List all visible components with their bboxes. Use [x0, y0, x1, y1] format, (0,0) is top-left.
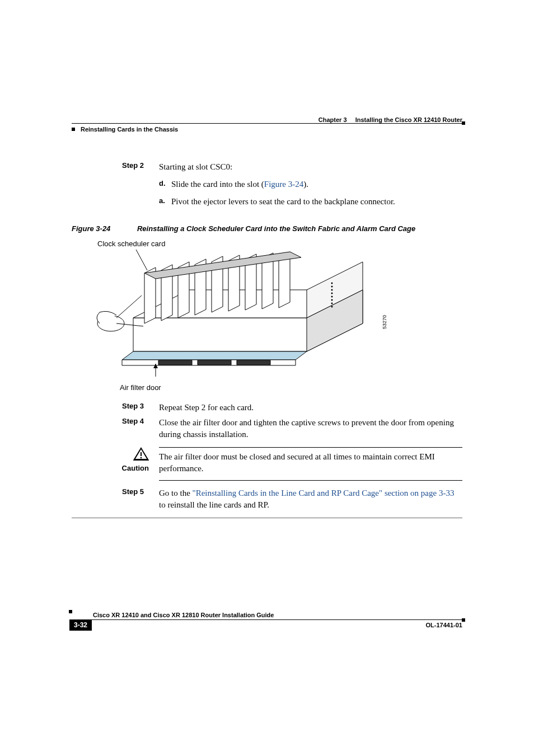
caution-label: Caution: [72, 464, 149, 472]
sub-label: d.: [159, 179, 171, 190]
chapter-number: Chapter 3: [318, 116, 347, 123]
section-title: Reinstalling Cards in the Chassis: [81, 126, 178, 133]
sub-label: a.: [159, 196, 171, 208]
chapter-title: Installing the Cisco XR 12410 Router: [355, 116, 462, 123]
page: Chapter 3 Installing the Cisco XR 12410 …: [0, 0, 534, 756]
step-5: Step 5 Go to the "Reinstalling Cards in …: [72, 487, 462, 511]
page-number: 3-32: [69, 619, 92, 631]
svg-point-6: [331, 289, 333, 291]
figure-link[interactable]: Figure 3-24: [264, 180, 303, 189]
caution-left: Caution: [72, 447, 159, 475]
svg-rect-15: [198, 360, 231, 365]
chapter-line: Chapter 3 Installing the Cisco XR 12410 …: [72, 116, 462, 124]
sub-body: Slide the card into the slot (Figure 3-2…: [171, 179, 462, 190]
running-header: Chapter 3 Installing the Cisco XR 12410 …: [72, 116, 462, 133]
step-body: Repeat Step 2 for each card.: [159, 402, 462, 414]
text: Slide the card into the slot (: [171, 180, 264, 189]
step-label: Step 3: [72, 402, 159, 414]
svg-rect-14: [158, 360, 192, 365]
step-body: Go to the "Reinstalling Cards in the Lin…: [159, 487, 462, 511]
caution-text: The air filter door must be closed and s…: [159, 447, 462, 475]
running-footer: Cisco XR 12410 and Cisco XR 12810 Router…: [72, 619, 462, 628]
step-body: Starting at slot CSC0: d. Slide the card…: [159, 161, 462, 208]
step-2-a: a. Pivot the ejector levers to seat the …: [159, 196, 462, 208]
svg-point-11: [331, 306, 333, 308]
figure-caption: Figure 3-24 Reinstalling a Clock Schedul…: [72, 224, 462, 233]
svg-point-7: [331, 293, 333, 294]
step-4: Step 4 Close the air filter door and tig…: [72, 417, 462, 440]
footer-line: 3-32 OL-17441-01: [72, 619, 462, 628]
step-3: Step 3 Repeat Step 2 for each card.: [72, 402, 462, 414]
step-2-text: Starting at slot CSC0:: [159, 162, 232, 171]
svg-point-35: [140, 457, 142, 459]
caution-block: Caution The air filter door must be clos…: [72, 447, 462, 475]
step-label: Step 5: [72, 487, 159, 511]
svg-point-9: [331, 299, 333, 301]
figure-id: 53270: [382, 315, 387, 329]
header-tick-icon: [72, 128, 75, 131]
content-block: Step 2 Starting at slot CSC0: d. Slide t…: [72, 161, 462, 518]
callout-air-filter-door: Air filter door: [120, 383, 161, 392]
svg-point-4: [331, 283, 333, 284]
figure-3-24: Clock scheduler card: [72, 240, 462, 392]
step-label: Step 4: [72, 417, 159, 440]
sub-body: Pivot the ejector levers to seat the car…: [171, 196, 462, 208]
svg-rect-16: [237, 360, 270, 365]
footer-guide-title: Cisco XR 12410 and Cisco XR 12810 Router…: [93, 612, 274, 618]
section-link[interactable]: "Reinstalling Cards in the Line Card and…: [193, 489, 455, 497]
figure-title: Reinstalling a Clock Scheduler Card into…: [137, 224, 415, 233]
step-label: Step 2: [72, 161, 159, 208]
svg-point-8: [331, 296, 333, 298]
figure-number: Figure 3-24: [72, 224, 135, 233]
step-body: Close the air filter door and tighten th…: [159, 417, 462, 440]
text: ).: [303, 180, 308, 189]
footer-tick-icon: [69, 610, 72, 613]
svg-point-10: [331, 303, 333, 304]
svg-marker-12: [122, 351, 307, 360]
section-line: Reinstalling Cards in the Chassis: [72, 126, 462, 133]
chassis-illustration: 53270: [83, 240, 396, 384]
procedure-end-rule: [72, 518, 462, 518]
text: to reinstall the line cards and RP.: [159, 500, 269, 509]
caution-icon: [133, 447, 149, 463]
text: Go to the: [159, 489, 193, 497]
callout-clock-scheduler: Clock scheduler card: [97, 240, 165, 248]
document-id: OL-17441-01: [426, 622, 462, 628]
svg-point-5: [331, 286, 333, 288]
caution-end-rule: [159, 480, 462, 481]
svg-line-30: [136, 250, 147, 270]
step-2: Step 2 Starting at slot CSC0: d. Slide t…: [72, 161, 462, 208]
step-2-d: d. Slide the card into the slot (Figure …: [159, 179, 462, 190]
svg-line-28: [116, 295, 142, 318]
